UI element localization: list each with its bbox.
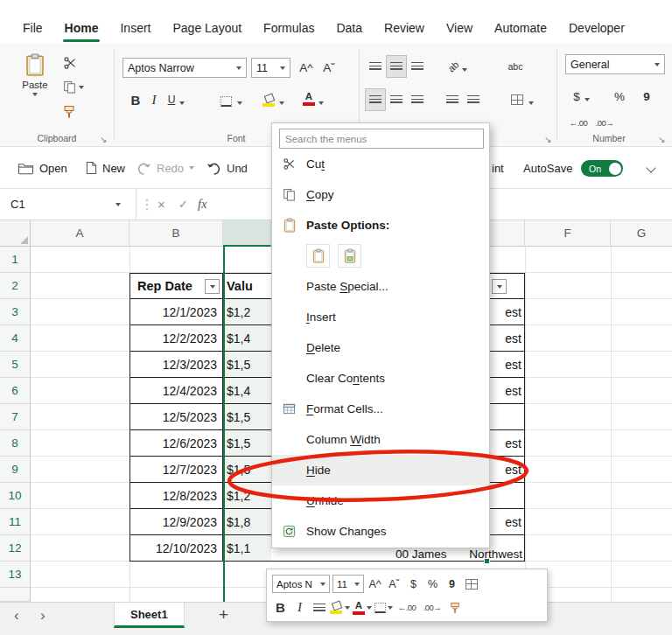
fill-handle[interactable] [484, 558, 490, 564]
row-header-partial[interactable] [0, 588, 31, 602]
mini-font-name-combo[interactable]: Aptos N [272, 575, 330, 593]
column-header-a[interactable]: A [31, 220, 130, 247]
mini-comma-button[interactable]: 9 [444, 575, 460, 594]
ribbon-collapse-button[interactable] [648, 147, 654, 189]
row-header-1[interactable]: 1 [0, 247, 31, 273]
increase-indent-button[interactable] [464, 89, 483, 110]
mini-bold-button[interactable]: B [272, 598, 289, 618]
autosave-toggle[interactable]: On [581, 160, 623, 177]
ribbon-tab-insert[interactable]: Insert [120, 21, 150, 35]
mini-decrease-decimal-button[interactable]: .00→ [421, 598, 444, 618]
align-right-button[interactable] [408, 89, 427, 110]
merge-dropdown-icon[interactable] [528, 93, 534, 114]
borders-dropdown-icon[interactable] [237, 93, 242, 114]
underline-dropdown-icon[interactable] [179, 93, 185, 114]
filter-dropdown-button[interactable] [205, 279, 220, 294]
menu-item-clear-contents[interactable]: Clear Contents [272, 363, 489, 394]
menu-search-input[interactable] [279, 129, 484, 149]
ribbon-tab-page-layout[interactable]: Page Layout [172, 21, 242, 35]
enter-button[interactable]: ✓ [178, 189, 188, 220]
menu-item-cut[interactable]: Cut [272, 149, 489, 179]
font-color-dropdown-icon[interactable] [318, 93, 324, 114]
undo-button[interactable]: Und [206, 147, 248, 189]
percent-style-button[interactable]: % [612, 86, 626, 107]
row-header-7[interactable]: 7 [0, 404, 31, 430]
font-size-combo[interactable]: 11 [251, 58, 290, 78]
paste-button[interactable]: Paste [14, 52, 56, 122]
comma-style-button[interactable]: 9 [640, 86, 653, 107]
alignment-dialog-launcher-icon[interactable]: ↘ [544, 135, 551, 144]
middle-align-button[interactable] [387, 56, 406, 77]
add-sheet-button[interactable]: + [219, 605, 228, 625]
mini-font-color-button[interactable]: A [353, 598, 372, 618]
row-header-13[interactable]: 13 [0, 562, 31, 588]
row-header-10[interactable]: 10 [0, 483, 31, 509]
menu-item-paste-options[interactable]: Paste Options: [272, 210, 489, 241]
mini-align-button[interactable] [311, 598, 327, 618]
borders-button[interactable] [220, 91, 232, 112]
bold-button[interactable]: B [128, 89, 144, 110]
row-header-2[interactable]: 2 [0, 273, 31, 299]
menu-item-hide[interactable]: Hide [272, 455, 489, 485]
column-header-f[interactable]: F [525, 220, 611, 247]
bottom-align-button[interactable] [408, 56, 427, 77]
fill-color-button[interactable] [262, 89, 276, 110]
menu-item-copy[interactable]: Copy [272, 179, 489, 210]
menu-item-delete[interactable]: Delete [272, 332, 489, 363]
new-button[interactable]: New [86, 147, 125, 189]
currency-button[interactable]: $ [570, 86, 583, 107]
font-name-combo[interactable]: Aptos Narrow [122, 58, 247, 78]
menu-item-insert[interactable]: Insert [272, 302, 489, 332]
sheet-tab-sheet1[interactable]: Sheet1 [114, 603, 185, 628]
orientation-dropdown-icon[interactable] [462, 59, 467, 80]
top-align-button[interactable] [366, 56, 385, 77]
previous-sheet-button[interactable]: ‹ [14, 607, 19, 625]
menu-item-format-cells[interactable]: Format Cells... [272, 394, 489, 424]
merge-center-button[interactable] [511, 89, 523, 110]
mini-increase-font-button[interactable]: A^ [367, 575, 383, 594]
paste-option-values-button[interactable] [338, 244, 361, 268]
clipboard-dialog-launcher-icon[interactable]: ↘ [100, 135, 107, 144]
copy-button[interactable] [63, 80, 84, 94]
fill-color-dropdown-icon[interactable] [279, 93, 284, 114]
row-header-5[interactable]: 5 [0, 352, 31, 378]
menu-item-column-width[interactable]: Column Width [272, 424, 489, 455]
mini-borders-button[interactable] [374, 598, 393, 618]
menu-item-show-changes[interactable]: Show Changes [272, 516, 489, 547]
column-header-g[interactable]: G [611, 220, 672, 247]
paste-option-paste-button[interactable] [306, 244, 330, 268]
wrap-text-button[interactable]: abc [504, 56, 527, 77]
mini-italic-button[interactable]: I [291, 598, 308, 618]
format-painter-button[interactable] [63, 105, 75, 119]
ribbon-tab-developer[interactable]: Developer [569, 21, 625, 35]
increase-decimal-button[interactable]: ←.00 [567, 112, 590, 133]
mini-format-table-button[interactable] [463, 575, 480, 594]
column-header-b[interactable]: B [130, 220, 223, 247]
mini-font-size-combo[interactable]: 11 [332, 575, 364, 593]
filter-dropdown-button[interactable] [492, 279, 507, 294]
mini-increase-decimal-button[interactable]: ←.00 [396, 598, 418, 618]
redo-button[interactable]: Redo [136, 147, 194, 189]
ribbon-tab-formulas[interactable]: Formulas [263, 21, 314, 35]
mini-currency-button[interactable]: $ [405, 575, 422, 594]
column-header-e-partial[interactable] [490, 220, 525, 247]
decrease-indent-button[interactable] [443, 89, 462, 110]
decrease-decimal-button[interactable]: .00→ [593, 112, 616, 133]
center-button[interactable] [387, 89, 406, 110]
ribbon-tab-view[interactable]: View [446, 21, 472, 35]
row-header-12[interactable]: 12 [0, 535, 31, 562]
open-button[interactable]: Open [18, 147, 67, 189]
font-color-button[interactable]: A [303, 88, 315, 109]
row-header-6[interactable]: 6 [0, 378, 31, 404]
mini-decrease-font-button[interactable]: Aˇ [386, 575, 402, 594]
currency-dropdown-icon[interactable] [584, 89, 590, 110]
menu-item-unhide[interactable]: Unhide [272, 485, 489, 516]
ribbon-tab-automate[interactable]: Automate [494, 21, 547, 35]
ribbon-tab-data[interactable]: Data [336, 21, 362, 35]
row-header-11[interactable]: 11 [0, 509, 31, 535]
select-all-corner[interactable] [0, 220, 31, 247]
decrease-font-size-button[interactable]: Aˇ [318, 57, 340, 78]
number-dialog-launcher-icon[interactable]: ↘ [658, 135, 665, 144]
mini-fill-color-button[interactable] [330, 598, 350, 618]
cut-button[interactable] [63, 56, 77, 70]
